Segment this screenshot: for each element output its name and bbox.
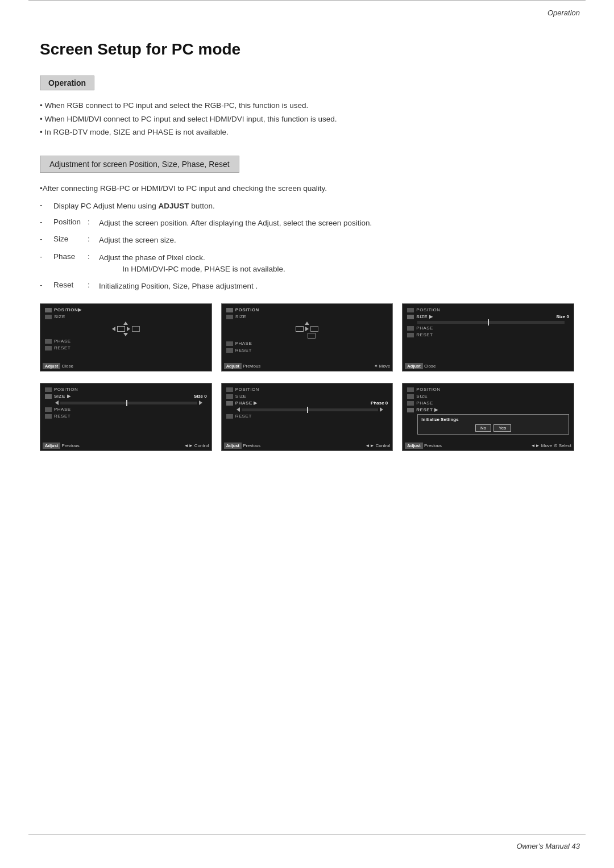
screenshots-row2: POSITION SIZE ▶ Size 0 PHASE <box>40 383 574 451</box>
size-icon-4 <box>45 394 52 399</box>
reset-icon-1 <box>45 346 52 350</box>
header-line: Operation <box>28 0 586 18</box>
dash-3: - <box>40 235 51 243</box>
instruction-reset: - Reset : Initializating Position, Size,… <box>40 281 574 292</box>
screen2-position: POSITION <box>226 307 388 312</box>
screen-mockup-6: POSITION SIZE PHASE RESET ▶ Initialize S… <box>402 383 574 451</box>
phase-icon-2 <box>226 341 233 346</box>
screen3-footer: Adjust Close <box>405 364 571 369</box>
screen3-size: SIZE ▶ Size 0 <box>407 314 569 319</box>
init-title: Initialize Settings <box>421 417 565 422</box>
text-size: Adjust the screen size. <box>99 235 574 246</box>
screen6-position: POSITION <box>407 387 569 392</box>
bullet-item-2: • When HDMI/DVI connect to PC input and … <box>40 113 574 126</box>
screen3-reset: RESET <box>407 332 569 337</box>
screen1-reset: RESET <box>45 345 207 350</box>
page-container: Operation Screen Setup for PC mode Opera… <box>0 0 614 868</box>
size-icon-5 <box>226 394 233 399</box>
screen2-footer: Adjust Previous ✦ Move <box>224 364 391 369</box>
screen6-footer: Adjust Previous ◄► Move ⊙ Select <box>405 443 571 448</box>
screen1-position: POSITION▶ <box>45 307 207 312</box>
label-position: Position <box>53 218 88 226</box>
instruction-size: - Size : Adjust the screen size. <box>40 235 574 246</box>
init-yes-btn: Yes <box>493 424 511 432</box>
dash-4: - <box>40 252 51 261</box>
screen4-reset: RESET <box>45 414 207 419</box>
adjust-btn-3: Adjust <box>405 363 422 369</box>
phase-icon-3 <box>407 326 414 331</box>
reset-icon-3 <box>407 333 414 337</box>
screen2-phase: PHASE <box>226 341 388 346</box>
pos-icon-5 <box>226 387 233 392</box>
header-section-label: Operation <box>547 9 580 17</box>
adjustment-header: Adjustment for screen Position, Size, Ph… <box>40 156 239 173</box>
phase-icon-5 <box>226 401 233 406</box>
screen3-position: POSITION <box>407 307 569 312</box>
screen4-phase: PHASE <box>45 407 207 412</box>
dash-5: - <box>40 281 51 289</box>
screen1-footer: Adjust Close <box>43 364 209 369</box>
screen-mockup-5: POSITION SIZE PHASE ▶ Phase 0 <box>221 383 393 451</box>
screen5-phase-value: Phase 0 <box>371 400 388 406</box>
text-reset: Initializating Position, Size, Phase adj… <box>99 281 574 292</box>
screen1-footer-left: Adjust Close <box>43 364 73 369</box>
instruction-phase: - Phase : Adjust the phase of Pixel cloc… <box>40 252 574 276</box>
phase-icon-4 <box>45 407 52 412</box>
pos-icon-4 <box>45 387 52 392</box>
reset-icon-4 <box>45 414 52 419</box>
screen5-footer-right: ◄► Control <box>365 443 390 448</box>
size-icon-3 <box>407 315 414 319</box>
screen6-size: SIZE <box>407 394 569 399</box>
screenshots-row1: POSITION▶ SIZE <box>40 303 574 372</box>
pos-icon-2 <box>226 308 233 312</box>
page-title: Screen Setup for PC mode <box>40 40 574 59</box>
screen4-footer-right: ◄► Control <box>184 443 209 448</box>
label-phase: Phase <box>53 252 88 261</box>
adjust-btn-4: Adjust <box>43 443 60 449</box>
colon-2: : <box>88 218 99 226</box>
adjust-btn-5: Adjust <box>224 443 242 449</box>
size-icon-1 <box>45 315 52 319</box>
dash-1: - <box>40 201 51 209</box>
reset-icon-6 <box>407 408 414 412</box>
adjust-btn-2: Adjust <box>224 363 242 369</box>
phase-icon-6 <box>407 401 414 406</box>
screen4-size: SIZE ▶ Size 0 <box>45 394 207 399</box>
label-size: Size <box>53 235 88 243</box>
text-position: Adjust the screen position. After displa… <box>99 218 574 229</box>
dash-2: - <box>40 218 51 226</box>
screen5-size: SIZE <box>226 394 388 399</box>
colon-4: : <box>88 252 99 261</box>
screen3-phase: PHASE <box>407 326 569 331</box>
screen6-reset: RESET ▶ <box>407 407 569 412</box>
screen4-footer-left: Adjust Previous <box>43 443 80 448</box>
screen2-footer-right: ✦ Move <box>374 364 391 369</box>
pos-icon-6 <box>407 387 414 392</box>
screen-mockup-4: POSITION SIZE ▶ Size 0 PHASE <box>40 383 212 451</box>
screen5-footer-left: Adjust Previous <box>224 443 261 448</box>
bullet-item-3: • In RGB-DTV mode, SIZE and PHASE is not… <box>40 126 574 139</box>
screen6-footer-left: Adjust Previous <box>405 443 442 448</box>
adjustment-section: Adjustment for screen Position, Size, Ph… <box>40 156 574 293</box>
screen-mockup-3: POSITION SIZE ▶ Size 0 PHASE <box>402 303 574 372</box>
colon-5: : <box>88 281 99 289</box>
text-phase: Adjust the phase of Pixel clock. In HDMI… <box>99 252 574 276</box>
screen-mockup-1: POSITION▶ SIZE <box>40 303 212 372</box>
screen1-size: SIZE <box>45 314 207 319</box>
screen2-footer-left: Adjust Previous <box>224 364 261 369</box>
colon-3: : <box>88 235 99 243</box>
screen5-reset: RESET <box>226 414 388 419</box>
reset-icon-5 <box>226 414 233 419</box>
instructions: •After connecting RGB-PC or HDMI/DVI to … <box>40 184 574 293</box>
init-no-btn: No <box>475 424 491 432</box>
size-icon-2 <box>226 315 233 319</box>
label-reset: Reset <box>53 281 88 289</box>
pos-icon-3 <box>407 308 414 312</box>
screen5-phase: PHASE ▶ Phase 0 <box>226 400 388 406</box>
footer-line: Owner's Manual 43 <box>28 834 586 851</box>
adjust-btn-1: Adjust <box>43 363 60 369</box>
screen4-footer: Adjust Previous ◄► Control <box>43 443 209 448</box>
operation-section: Operation • When RGB connect to PC input… <box>40 76 574 139</box>
instruction-position: - Position : Adjust the screen position.… <box>40 218 574 229</box>
instruction-display: - Display PC Adjust Menu using ADJUST bu… <box>40 201 574 212</box>
